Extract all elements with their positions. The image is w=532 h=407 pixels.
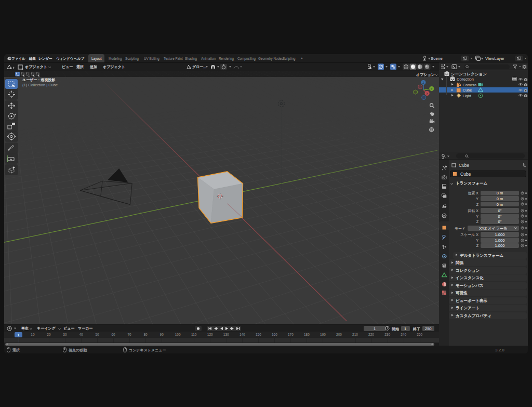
svg-text:Y: Y (431, 87, 433, 90)
svg-text:X: X (426, 92, 428, 95)
